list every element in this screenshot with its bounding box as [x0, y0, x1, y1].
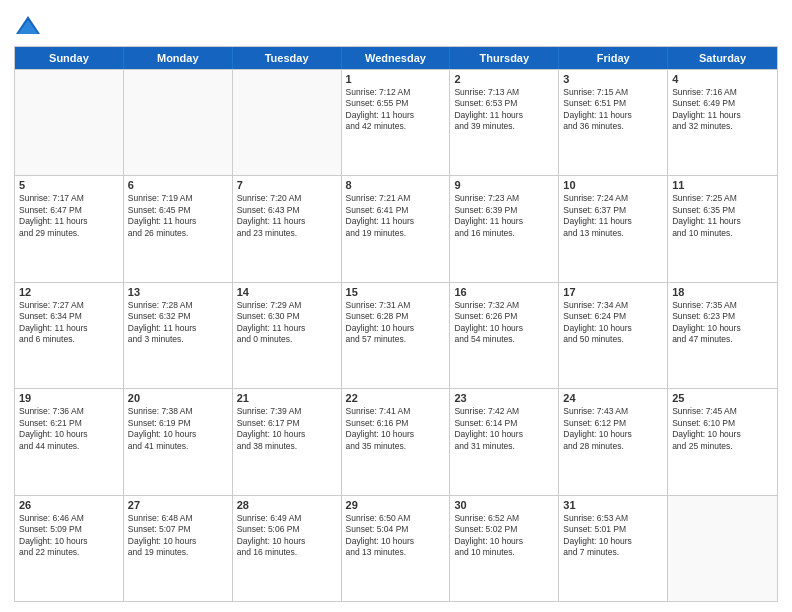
- cell-info: Sunrise: 6:53 AM Sunset: 5:01 PM Dayligh…: [563, 513, 663, 559]
- header-day-thursday: Thursday: [450, 47, 559, 69]
- day-cell-29: 29Sunrise: 6:50 AM Sunset: 5:04 PM Dayli…: [342, 496, 451, 601]
- day-number: 12: [19, 286, 119, 298]
- cell-info: Sunrise: 7:27 AM Sunset: 6:34 PM Dayligh…: [19, 300, 119, 346]
- empty-cell: [668, 496, 777, 601]
- day-cell-26: 26Sunrise: 6:46 AM Sunset: 5:09 PM Dayli…: [15, 496, 124, 601]
- day-cell-14: 14Sunrise: 7:29 AM Sunset: 6:30 PM Dayli…: [233, 283, 342, 388]
- calendar-body: 1Sunrise: 7:12 AM Sunset: 6:55 PM Daylig…: [15, 69, 777, 601]
- day-number: 13: [128, 286, 228, 298]
- header-day-tuesday: Tuesday: [233, 47, 342, 69]
- day-cell-24: 24Sunrise: 7:43 AM Sunset: 6:12 PM Dayli…: [559, 389, 668, 494]
- cell-info: Sunrise: 7:15 AM Sunset: 6:51 PM Dayligh…: [563, 87, 663, 133]
- day-number: 8: [346, 179, 446, 191]
- cell-info: Sunrise: 7:19 AM Sunset: 6:45 PM Dayligh…: [128, 193, 228, 239]
- cell-info: Sunrise: 7:17 AM Sunset: 6:47 PM Dayligh…: [19, 193, 119, 239]
- day-cell-12: 12Sunrise: 7:27 AM Sunset: 6:34 PM Dayli…: [15, 283, 124, 388]
- logo-icon: [14, 12, 42, 40]
- cell-info: Sunrise: 7:29 AM Sunset: 6:30 PM Dayligh…: [237, 300, 337, 346]
- cell-info: Sunrise: 7:36 AM Sunset: 6:21 PM Dayligh…: [19, 406, 119, 452]
- day-cell-28: 28Sunrise: 6:49 AM Sunset: 5:06 PM Dayli…: [233, 496, 342, 601]
- day-cell-19: 19Sunrise: 7:36 AM Sunset: 6:21 PM Dayli…: [15, 389, 124, 494]
- day-number: 3: [563, 73, 663, 85]
- day-number: 25: [672, 392, 773, 404]
- day-cell-4: 4Sunrise: 7:16 AM Sunset: 6:49 PM Daylig…: [668, 70, 777, 175]
- day-cell-25: 25Sunrise: 7:45 AM Sunset: 6:10 PM Dayli…: [668, 389, 777, 494]
- day-cell-27: 27Sunrise: 6:48 AM Sunset: 5:07 PM Dayli…: [124, 496, 233, 601]
- day-number: 4: [672, 73, 773, 85]
- header-day-saturday: Saturday: [668, 47, 777, 69]
- day-number: 18: [672, 286, 773, 298]
- calendar-row-2: 12Sunrise: 7:27 AM Sunset: 6:34 PM Dayli…: [15, 282, 777, 388]
- day-number: 10: [563, 179, 663, 191]
- day-number: 21: [237, 392, 337, 404]
- calendar-row-1: 5Sunrise: 7:17 AM Sunset: 6:47 PM Daylig…: [15, 175, 777, 281]
- calendar-row-0: 1Sunrise: 7:12 AM Sunset: 6:55 PM Daylig…: [15, 69, 777, 175]
- header-day-sunday: Sunday: [15, 47, 124, 69]
- cell-info: Sunrise: 7:38 AM Sunset: 6:19 PM Dayligh…: [128, 406, 228, 452]
- calendar-row-3: 19Sunrise: 7:36 AM Sunset: 6:21 PM Dayli…: [15, 388, 777, 494]
- day-cell-31: 31Sunrise: 6:53 AM Sunset: 5:01 PM Dayli…: [559, 496, 668, 601]
- cell-info: Sunrise: 6:50 AM Sunset: 5:04 PM Dayligh…: [346, 513, 446, 559]
- day-cell-13: 13Sunrise: 7:28 AM Sunset: 6:32 PM Dayli…: [124, 283, 233, 388]
- day-number: 15: [346, 286, 446, 298]
- day-number: 2: [454, 73, 554, 85]
- cell-info: Sunrise: 6:48 AM Sunset: 5:07 PM Dayligh…: [128, 513, 228, 559]
- day-cell-9: 9Sunrise: 7:23 AM Sunset: 6:39 PM Daylig…: [450, 176, 559, 281]
- day-cell-2: 2Sunrise: 7:13 AM Sunset: 6:53 PM Daylig…: [450, 70, 559, 175]
- cell-info: Sunrise: 7:42 AM Sunset: 6:14 PM Dayligh…: [454, 406, 554, 452]
- day-number: 20: [128, 392, 228, 404]
- day-cell-20: 20Sunrise: 7:38 AM Sunset: 6:19 PM Dayli…: [124, 389, 233, 494]
- cell-info: Sunrise: 7:13 AM Sunset: 6:53 PM Dayligh…: [454, 87, 554, 133]
- cell-info: Sunrise: 7:41 AM Sunset: 6:16 PM Dayligh…: [346, 406, 446, 452]
- cell-info: Sunrise: 7:21 AM Sunset: 6:41 PM Dayligh…: [346, 193, 446, 239]
- day-number: 26: [19, 499, 119, 511]
- day-cell-1: 1Sunrise: 7:12 AM Sunset: 6:55 PM Daylig…: [342, 70, 451, 175]
- day-number: 23: [454, 392, 554, 404]
- cell-info: Sunrise: 7:25 AM Sunset: 6:35 PM Dayligh…: [672, 193, 773, 239]
- cell-info: Sunrise: 7:31 AM Sunset: 6:28 PM Dayligh…: [346, 300, 446, 346]
- day-cell-7: 7Sunrise: 7:20 AM Sunset: 6:43 PM Daylig…: [233, 176, 342, 281]
- empty-cell: [15, 70, 124, 175]
- day-cell-15: 15Sunrise: 7:31 AM Sunset: 6:28 PM Dayli…: [342, 283, 451, 388]
- header-day-wednesday: Wednesday: [342, 47, 451, 69]
- header-day-friday: Friday: [559, 47, 668, 69]
- day-cell-10: 10Sunrise: 7:24 AM Sunset: 6:37 PM Dayli…: [559, 176, 668, 281]
- day-number: 19: [19, 392, 119, 404]
- logo: [14, 12, 46, 40]
- empty-cell: [124, 70, 233, 175]
- calendar-row-4: 26Sunrise: 6:46 AM Sunset: 5:09 PM Dayli…: [15, 495, 777, 601]
- cell-info: Sunrise: 7:32 AM Sunset: 6:26 PM Dayligh…: [454, 300, 554, 346]
- cell-info: Sunrise: 6:46 AM Sunset: 5:09 PM Dayligh…: [19, 513, 119, 559]
- cell-info: Sunrise: 7:12 AM Sunset: 6:55 PM Dayligh…: [346, 87, 446, 133]
- day-cell-16: 16Sunrise: 7:32 AM Sunset: 6:26 PM Dayli…: [450, 283, 559, 388]
- day-cell-21: 21Sunrise: 7:39 AM Sunset: 6:17 PM Dayli…: [233, 389, 342, 494]
- header: [14, 12, 778, 40]
- day-number: 7: [237, 179, 337, 191]
- day-number: 5: [19, 179, 119, 191]
- empty-cell: [233, 70, 342, 175]
- day-number: 9: [454, 179, 554, 191]
- cell-info: Sunrise: 7:45 AM Sunset: 6:10 PM Dayligh…: [672, 406, 773, 452]
- day-cell-30: 30Sunrise: 6:52 AM Sunset: 5:02 PM Dayli…: [450, 496, 559, 601]
- cell-info: Sunrise: 6:52 AM Sunset: 5:02 PM Dayligh…: [454, 513, 554, 559]
- day-number: 14: [237, 286, 337, 298]
- cell-info: Sunrise: 7:20 AM Sunset: 6:43 PM Dayligh…: [237, 193, 337, 239]
- day-cell-3: 3Sunrise: 7:15 AM Sunset: 6:51 PM Daylig…: [559, 70, 668, 175]
- calendar: SundayMondayTuesdayWednesdayThursdayFrid…: [14, 46, 778, 602]
- day-cell-5: 5Sunrise: 7:17 AM Sunset: 6:47 PM Daylig…: [15, 176, 124, 281]
- day-cell-18: 18Sunrise: 7:35 AM Sunset: 6:23 PM Dayli…: [668, 283, 777, 388]
- day-number: 6: [128, 179, 228, 191]
- day-cell-6: 6Sunrise: 7:19 AM Sunset: 6:45 PM Daylig…: [124, 176, 233, 281]
- cell-info: Sunrise: 7:16 AM Sunset: 6:49 PM Dayligh…: [672, 87, 773, 133]
- cell-info: Sunrise: 7:24 AM Sunset: 6:37 PM Dayligh…: [563, 193, 663, 239]
- cell-info: Sunrise: 7:35 AM Sunset: 6:23 PM Dayligh…: [672, 300, 773, 346]
- cell-info: Sunrise: 7:34 AM Sunset: 6:24 PM Dayligh…: [563, 300, 663, 346]
- page: SundayMondayTuesdayWednesdayThursdayFrid…: [0, 0, 792, 612]
- cell-info: Sunrise: 7:43 AM Sunset: 6:12 PM Dayligh…: [563, 406, 663, 452]
- cell-info: Sunrise: 7:23 AM Sunset: 6:39 PM Dayligh…: [454, 193, 554, 239]
- day-number: 29: [346, 499, 446, 511]
- day-cell-17: 17Sunrise: 7:34 AM Sunset: 6:24 PM Dayli…: [559, 283, 668, 388]
- cell-info: Sunrise: 6:49 AM Sunset: 5:06 PM Dayligh…: [237, 513, 337, 559]
- day-number: 30: [454, 499, 554, 511]
- day-cell-11: 11Sunrise: 7:25 AM Sunset: 6:35 PM Dayli…: [668, 176, 777, 281]
